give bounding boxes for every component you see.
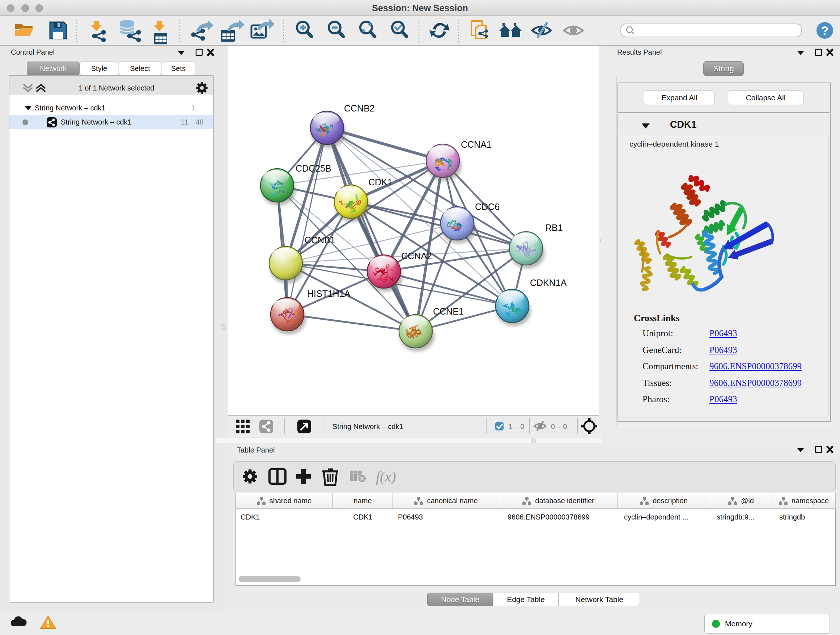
svg-text:?: ? — [821, 24, 829, 37]
svg-text:CDKN1A: CDKN1A — [530, 278, 567, 288]
svg-text:String Network – cdk1: String Network – cdk1 — [332, 423, 403, 431]
svg-text:CCNA1: CCNA1 — [461, 139, 492, 149]
svg-text:CDC6: CDC6 — [475, 202, 500, 212]
svg-text:CCNA2: CCNA2 — [401, 251, 432, 261]
svg-text:CDC25B: CDC25B — [295, 163, 332, 173]
svg-text:RB1: RB1 — [545, 223, 563, 233]
svg-text:HIST1H1A: HIST1H1A — [307, 288, 351, 299]
svg-text:0 – 0: 0 – 0 — [551, 423, 567, 431]
svg-text:CCNB2: CCNB2 — [344, 103, 375, 113]
svg-text:CDK1: CDK1 — [368, 177, 393, 187]
svg-text:CCNE1: CCNE1 — [433, 306, 464, 317]
svg-text:1 – 0: 1 – 0 — [508, 423, 524, 431]
svg-text:CCNB1: CCNB1 — [305, 235, 335, 245]
svg-text:f(x): f(x) — [376, 469, 396, 485]
